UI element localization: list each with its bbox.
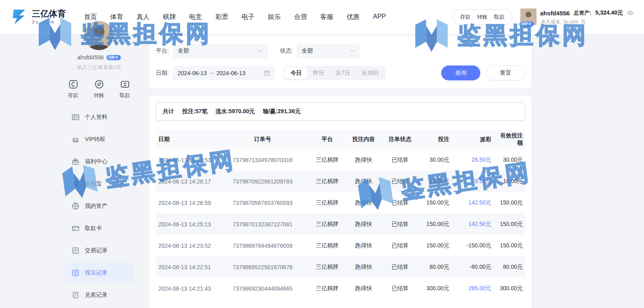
brand-logo-icon [11, 8, 28, 26]
nav-item-entertainment[interactable]: 娱乐 [268, 13, 281, 21]
range-last-30-days[interactable]: 近30日 [356, 67, 385, 79]
cell-date: 2024-06-13 14:22:51 [156, 264, 217, 270]
nav-item-app[interactable]: APP [373, 13, 386, 21]
sidebar-item-redeem-records[interactable]: 兑奖记录 [65, 285, 133, 305]
column-header: 注单状态 [381, 136, 419, 143]
sidebar-menu: 个人资料VIP特权福利中心余额宝我的资产取款卡交易记录投注记录兑奖记录 [65, 107, 133, 305]
profile-icon [72, 113, 80, 121]
cell-status: 已结算 [381, 264, 419, 271]
quick-action-label: 存款 [68, 92, 78, 99]
nav-item-partnership[interactable]: 合营 [294, 13, 307, 21]
cell-payout: 285.00元 [452, 285, 494, 292]
search-button[interactable]: 查询 [441, 65, 480, 80]
status-select-value: 全部 [302, 47, 313, 55]
brand-name: 三亿体育 [32, 9, 66, 18]
calendar-icon [264, 70, 270, 76]
cell-payout: -150.00元 [452, 242, 494, 249]
header-right: 存款转账取款 VIP 0 ahsfd4556 总资产: 5,324.40元 [452, 8, 633, 25]
vip-badge: VIP 0 [519, 21, 534, 27]
nav-item-slots[interactable]: 电子 [242, 13, 255, 21]
cell-platform: 三亿棋牌 [309, 156, 346, 164]
column-header: 订单号 [217, 136, 309, 143]
wallet-pill: 存款转账取款 [452, 9, 512, 25]
eye-icon[interactable] [627, 10, 633, 16]
range-today[interactable]: 今日 [285, 67, 307, 79]
nav-item-esports[interactable]: 电竞 [189, 13, 202, 21]
wallet-deposit-button[interactable]: 存款 [460, 13, 471, 21]
sidebar-item-label: 个人资料 [85, 114, 107, 121]
table-row[interactable]: 2024-06-13 14:23:527379869784494876009三亿… [156, 235, 525, 256]
sidebar-item-profile[interactable]: 个人资料 [65, 107, 133, 127]
reset-button[interactable]: 重置 [486, 65, 525, 80]
cell-platform: 三亿棋牌 [309, 285, 346, 292]
wallet-transfer-button[interactable]: 转账 [477, 13, 488, 21]
main-content: 平台: 全部 状态: 全部 日期: 2024-06-13 ~ 2024-06-1… [149, 36, 532, 308]
date-quick-ranges: 今日昨日近7日近30日 [284, 66, 386, 80]
cell-date: 2024-06-13 14:28:17 [156, 178, 217, 185]
wallet-withdraw-button[interactable]: 取款 [494, 13, 505, 21]
nav-item-support[interactable]: 客服 [320, 13, 333, 21]
bets-icon [72, 269, 80, 277]
sidebar-item-welfare-center[interactable]: 福利中心 [65, 152, 133, 172]
nav-item-sports[interactable]: 体育 [110, 13, 123, 21]
table-row[interactable]: 2024-06-13 14:29:537379871334978070318三亿… [156, 149, 525, 171]
transactions-icon [72, 247, 80, 255]
cell-status: 已结算 [381, 221, 419, 228]
table-row[interactable]: 2024-06-13 14:21:437379869230444094665三亿… [156, 278, 525, 299]
platform-select[interactable]: 全部 [173, 44, 268, 58]
summary-segment: 流水:5970.00元 [215, 108, 255, 115]
cell-platform: 三亿棋牌 [309, 242, 346, 249]
column-header: 平台 [309, 136, 346, 143]
date-range-input[interactable]: 2024-06-13 ~ 2024-06-13 [173, 66, 275, 80]
cell-status: 已结算 [381, 178, 419, 185]
cell-bet: 80.00元 [419, 264, 452, 271]
table-body: 2024-06-13 14:29:537379871334978070318三亿… [156, 149, 525, 299]
sidebar-item-yuebao[interactable]: 余额宝 [65, 174, 133, 194]
filter-card: 平台: 全部 状态: 全部 日期: 2024-06-13 ~ 2024-06-1… [149, 36, 532, 89]
sidebar-item-withdraw-card[interactable]: 取款卡 [65, 218, 133, 238]
sidebar-item-bet-records[interactable]: 投注记录 [65, 263, 133, 283]
table-row[interactable]: 2024-06-13 14:28:177379870922661209783三亿… [156, 171, 525, 192]
nav-item-card-games[interactable]: 棋牌 [163, 13, 176, 21]
range-last-7-days[interactable]: 近7日 [330, 67, 356, 79]
cell-payout: -80.00元 [452, 264, 494, 271]
sidebar-item-my-assets[interactable]: 我的资产 [65, 196, 133, 216]
quick-action-deposit[interactable]: 存款 [68, 79, 78, 99]
redeem-icon [72, 291, 80, 299]
welfare-icon [72, 158, 80, 166]
sidebar-item-label: 我的资产 [85, 203, 107, 210]
cell-status: 已结算 [381, 285, 419, 292]
table-row[interactable]: 2024-06-13 14:25:137379870132387227081三亿… [156, 213, 525, 235]
cell-platform: 三亿棋牌 [309, 221, 346, 228]
cell-order: 7379869522501870876 [217, 264, 309, 270]
status-select[interactable]: 全部 [297, 44, 360, 58]
date-to: 2024-06-13 [217, 70, 246, 76]
quick-action-transfer[interactable]: 转账 [94, 79, 104, 99]
cell-valid: 30.00元 [494, 156, 525, 164]
nav-item-promotions[interactable]: 优惠 [347, 13, 360, 21]
search-icon[interactable] [581, 19, 586, 25]
table-row[interactable]: 2024-06-13 14:22:517379869522501870876三亿… [156, 256, 525, 278]
nav-item-live-casino[interactable]: 真人 [137, 13, 149, 21]
sidebar-item-vip-privileges[interactable]: VIP特权 [65, 129, 133, 150]
cell-date: 2024-06-13 14:26:59 [156, 200, 217, 206]
column-header: 投注 [419, 136, 452, 143]
table-row[interactable]: 2024-06-13 14:26:597379870587653760593三亿… [156, 192, 525, 213]
nav-item-home[interactable]: 首页 [84, 13, 97, 21]
sidebar-item-transaction-records[interactable]: 交易记录 [65, 240, 133, 261]
cell-order: 7379869230444094665 [217, 285, 309, 292]
platform-label: 平台: [156, 47, 169, 55]
summary-segment: 输/赢:291.36元 [263, 108, 301, 115]
cell-valid: 80.00元 [494, 264, 525, 271]
summary-segment: 投注:57笔 [182, 108, 207, 115]
quick-action-withdraw[interactable]: 取款 [120, 79, 130, 99]
quick-action-label: 转账 [94, 92, 104, 99]
nav-item-lottery[interactable]: 彩票 [215, 13, 228, 21]
user-avatar[interactable] [84, 21, 114, 50]
cell-date: 2024-06-13 14:29:53 [156, 157, 217, 163]
chevron-down-icon [258, 49, 263, 53]
sidebar-quick-actions: 存款转账取款 [65, 79, 133, 99]
cell-platform: 三亿棋牌 [309, 264, 346, 271]
range-yesterday[interactable]: 昨日 [307, 67, 330, 79]
cell-payout: 142.50元 [452, 199, 494, 207]
